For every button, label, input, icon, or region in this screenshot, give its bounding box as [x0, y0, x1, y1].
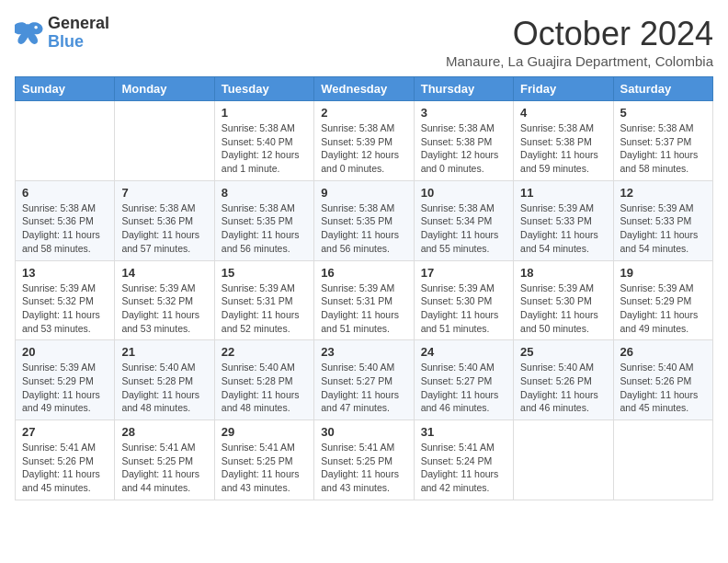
day-info: Sunrise: 5:40 AM Sunset: 5:28 PM Dayligh…	[222, 361, 307, 415]
day-number: 15	[222, 266, 307, 280]
calendar-cell: 2Sunrise: 5:38 AM Sunset: 5:39 PM Daylig…	[314, 101, 414, 181]
day-number: 8	[222, 186, 307, 200]
calendar-week-row: 6Sunrise: 5:38 AM Sunset: 5:36 PM Daylig…	[16, 180, 713, 260]
month-title: October 2024	[446, 15, 713, 53]
calendar-week-row: 27Sunrise: 5:41 AM Sunset: 5:26 PM Dayli…	[16, 420, 713, 500]
day-number: 30	[321, 425, 406, 439]
calendar-table: SundayMondayTuesdayWednesdayThursdayFrid…	[15, 76, 713, 500]
calendar-cell: 27Sunrise: 5:41 AM Sunset: 5:26 PM Dayli…	[16, 420, 115, 500]
calendar-cell: 21Sunrise: 5:40 AM Sunset: 5:28 PM Dayli…	[115, 340, 214, 420]
weekday-header-cell: Sunday	[16, 77, 115, 101]
weekday-header-cell: Wednesday	[314, 77, 414, 101]
day-info: Sunrise: 5:38 AM Sunset: 5:40 PM Dayligh…	[222, 121, 307, 176]
weekday-header-row: SundayMondayTuesdayWednesdayThursdayFrid…	[16, 77, 713, 101]
calendar-cell: 8Sunrise: 5:38 AM Sunset: 5:35 PM Daylig…	[214, 180, 313, 260]
calendar-cell: 29Sunrise: 5:41 AM Sunset: 5:25 PM Dayli…	[214, 420, 313, 500]
weekday-header-cell: Friday	[514, 77, 613, 101]
day-info: Sunrise: 5:38 AM Sunset: 5:37 PM Dayligh…	[620, 121, 706, 176]
day-number: 14	[121, 266, 207, 280]
calendar-cell	[514, 420, 613, 500]
calendar-week-row: 13Sunrise: 5:39 AM Sunset: 5:32 PM Dayli…	[16, 260, 713, 340]
weekday-header-cell: Tuesday	[214, 77, 313, 101]
calendar-week-row: 20Sunrise: 5:39 AM Sunset: 5:29 PM Dayli…	[16, 340, 713, 420]
weekday-header-cell: Thursday	[414, 77, 513, 101]
calendar-cell: 16Sunrise: 5:39 AM Sunset: 5:31 PM Dayli…	[314, 260, 414, 340]
svg-point-0	[34, 26, 38, 29]
day-info: Sunrise: 5:41 AM Sunset: 5:25 PM Dayligh…	[222, 441, 307, 495]
day-info: Sunrise: 5:39 AM Sunset: 5:29 PM Dayligh…	[620, 282, 706, 336]
day-number: 24	[421, 345, 506, 359]
calendar-cell	[613, 420, 712, 500]
logo: General Blue	[15, 15, 109, 52]
day-number: 22	[222, 345, 307, 359]
day-number: 9	[321, 186, 406, 200]
calendar-body: 1Sunrise: 5:38 AM Sunset: 5:40 PM Daylig…	[16, 101, 713, 500]
calendar-cell: 7Sunrise: 5:38 AM Sunset: 5:36 PM Daylig…	[115, 180, 214, 260]
day-info: Sunrise: 5:38 AM Sunset: 5:35 PM Dayligh…	[321, 201, 406, 256]
day-number: 17	[421, 266, 506, 280]
calendar-cell: 14Sunrise: 5:39 AM Sunset: 5:32 PM Dayli…	[115, 260, 214, 340]
day-info: Sunrise: 5:39 AM Sunset: 5:30 PM Dayligh…	[421, 282, 506, 336]
day-number: 20	[22, 345, 108, 359]
calendar-cell: 13Sunrise: 5:39 AM Sunset: 5:32 PM Dayli…	[16, 260, 115, 340]
day-info: Sunrise: 5:38 AM Sunset: 5:39 PM Dayligh…	[321, 121, 406, 176]
day-number: 7	[121, 186, 207, 200]
day-info: Sunrise: 5:39 AM Sunset: 5:29 PM Dayligh…	[22, 361, 108, 415]
day-info: Sunrise: 5:41 AM Sunset: 5:25 PM Dayligh…	[321, 441, 406, 495]
day-number: 23	[321, 345, 406, 359]
day-number: 3	[421, 106, 506, 120]
calendar-cell: 6Sunrise: 5:38 AM Sunset: 5:36 PM Daylig…	[16, 180, 115, 260]
day-info: Sunrise: 5:38 AM Sunset: 5:35 PM Dayligh…	[222, 201, 307, 256]
day-number: 16	[321, 266, 406, 280]
calendar-week-row: 1Sunrise: 5:38 AM Sunset: 5:40 PM Daylig…	[16, 101, 713, 181]
day-info: Sunrise: 5:39 AM Sunset: 5:33 PM Dayligh…	[520, 201, 606, 256]
day-number: 27	[22, 425, 108, 439]
day-info: Sunrise: 5:40 AM Sunset: 5:26 PM Dayligh…	[520, 361, 606, 415]
day-info: Sunrise: 5:39 AM Sunset: 5:32 PM Dayligh…	[22, 282, 108, 336]
day-info: Sunrise: 5:39 AM Sunset: 5:31 PM Dayligh…	[321, 282, 406, 336]
day-number: 21	[121, 345, 207, 359]
day-info: Sunrise: 5:40 AM Sunset: 5:27 PM Dayligh…	[421, 361, 506, 415]
calendar-cell	[16, 101, 115, 181]
logo-line1: General	[48, 15, 109, 33]
calendar-cell	[115, 101, 214, 181]
page-header: General Blue October 2024 Manaure, La Gu…	[15, 15, 713, 69]
calendar-cell: 9Sunrise: 5:38 AM Sunset: 5:35 PM Daylig…	[314, 180, 414, 260]
day-number: 31	[421, 425, 506, 439]
calendar-cell: 15Sunrise: 5:39 AM Sunset: 5:31 PM Dayli…	[214, 260, 313, 340]
day-number: 1	[222, 106, 307, 120]
day-info: Sunrise: 5:38 AM Sunset: 5:36 PM Dayligh…	[22, 201, 108, 256]
day-number: 29	[222, 425, 307, 439]
calendar-cell: 24Sunrise: 5:40 AM Sunset: 5:27 PM Dayli…	[414, 340, 513, 420]
day-info: Sunrise: 5:39 AM Sunset: 5:32 PM Dayligh…	[121, 282, 207, 336]
calendar-cell: 1Sunrise: 5:38 AM Sunset: 5:40 PM Daylig…	[214, 101, 313, 181]
calendar-cell: 3Sunrise: 5:38 AM Sunset: 5:38 PM Daylig…	[414, 101, 513, 181]
calendar-cell: 4Sunrise: 5:38 AM Sunset: 5:38 PM Daylig…	[514, 101, 613, 181]
calendar-cell: 25Sunrise: 5:40 AM Sunset: 5:26 PM Dayli…	[514, 340, 613, 420]
calendar-cell: 19Sunrise: 5:39 AM Sunset: 5:29 PM Dayli…	[613, 260, 712, 340]
day-number: 2	[321, 106, 406, 120]
day-number: 18	[520, 266, 606, 280]
day-info: Sunrise: 5:38 AM Sunset: 5:38 PM Dayligh…	[421, 121, 506, 176]
day-number: 10	[421, 186, 506, 200]
day-number: 28	[121, 425, 207, 439]
calendar-cell: 23Sunrise: 5:40 AM Sunset: 5:27 PM Dayli…	[314, 340, 414, 420]
calendar-cell: 20Sunrise: 5:39 AM Sunset: 5:29 PM Dayli…	[16, 340, 115, 420]
day-number: 11	[520, 186, 606, 200]
day-info: Sunrise: 5:38 AM Sunset: 5:34 PM Dayligh…	[421, 201, 506, 256]
calendar-cell: 28Sunrise: 5:41 AM Sunset: 5:25 PM Dayli…	[115, 420, 214, 500]
day-info: Sunrise: 5:39 AM Sunset: 5:30 PM Dayligh…	[520, 282, 606, 336]
day-info: Sunrise: 5:40 AM Sunset: 5:26 PM Dayligh…	[620, 361, 706, 415]
calendar-cell: 12Sunrise: 5:39 AM Sunset: 5:33 PM Dayli…	[613, 180, 712, 260]
day-number: 6	[22, 186, 108, 200]
calendar-cell: 17Sunrise: 5:39 AM Sunset: 5:30 PM Dayli…	[414, 260, 513, 340]
day-info: Sunrise: 5:41 AM Sunset: 5:26 PM Dayligh…	[22, 441, 108, 495]
day-number: 25	[520, 345, 606, 359]
day-info: Sunrise: 5:41 AM Sunset: 5:25 PM Dayligh…	[121, 441, 207, 495]
calendar-cell: 26Sunrise: 5:40 AM Sunset: 5:26 PM Dayli…	[613, 340, 712, 420]
calendar-cell: 18Sunrise: 5:39 AM Sunset: 5:30 PM Dayli…	[514, 260, 613, 340]
calendar-cell: 5Sunrise: 5:38 AM Sunset: 5:37 PM Daylig…	[613, 101, 712, 181]
calendar-cell: 30Sunrise: 5:41 AM Sunset: 5:25 PM Dayli…	[314, 420, 414, 500]
day-number: 4	[520, 106, 606, 120]
day-number: 19	[620, 266, 706, 280]
